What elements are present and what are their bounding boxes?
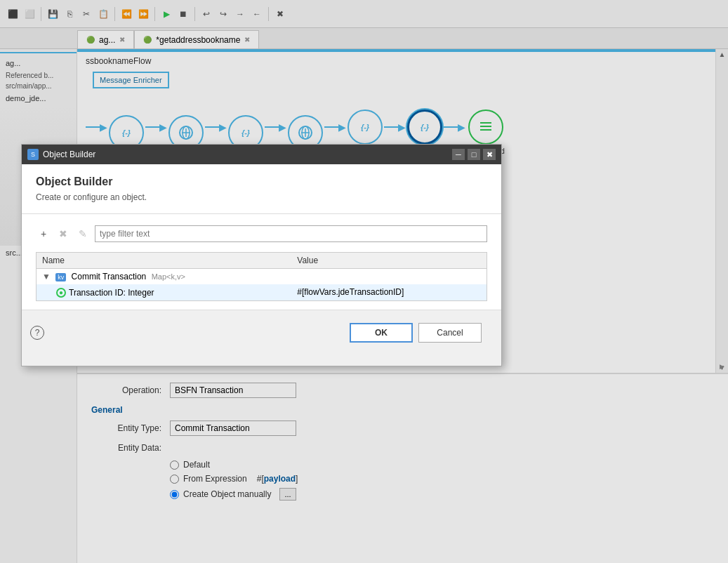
object-tree-table: Name Value ▼ kv Commit Transaction Map<k…	[36, 252, 487, 301]
bottom-toolbar-row: ? OK Cancel	[22, 310, 501, 355]
child-indent: ● Transaction ID: Integer	[56, 288, 154, 298]
modal-overlay: S Object Builder ─ □ ✖ Object Builder Cr…	[0, 0, 728, 563]
modal-maximize[interactable]: □	[468, 149, 480, 160]
object-builder-modal: S Object Builder ─ □ ✖ Object Builder Cr…	[21, 144, 502, 366]
edit-button[interactable]: ✎	[75, 226, 91, 241]
ok-button[interactable]: OK	[350, 323, 413, 343]
table-row-child[interactable]: ● Transaction ID: Integer #[flowVars.jde…	[37, 284, 487, 300]
modal-controls: ─ □ ✖	[452, 149, 496, 160]
child-value-cell: #[flowVars.jdeTransactionID]	[291, 284, 487, 300]
modal-footer: ? OK Cancel	[22, 310, 501, 366]
type-hint: Map<k,v>	[152, 272, 185, 281]
child-name: Transaction ID: Integer	[69, 288, 154, 298]
parent-value-cell	[291, 269, 487, 285]
modal-title-icon: S	[27, 149, 39, 160]
expand-arrow[interactable]: ▼	[42, 272, 51, 282]
filter-input[interactable]	[95, 225, 487, 242]
green-circle-icon: ●	[56, 288, 66, 298]
child-value: #[flowVars.jdeTransactionID]	[297, 287, 404, 297]
parent-name: Commit Transaction	[72, 272, 147, 282]
modal-subtext: Create or configure an object.	[36, 192, 487, 202]
col-value: Value	[291, 253, 487, 269]
modal-toolbar: + ✖ ✎	[36, 223, 487, 245]
help-icon[interactable]: ?	[30, 326, 44, 340]
modal-titlebar: S Object Builder ─ □ ✖	[22, 145, 501, 164]
modal-title: Object Builder	[43, 150, 448, 159]
modal-heading: Object Builder	[36, 175, 487, 188]
modal-close[interactable]: ✖	[483, 149, 496, 160]
modal-minimize[interactable]: ─	[452, 149, 465, 160]
parent-name-cell: ▼ kv Commit Transaction Map<k,v>	[37, 269, 292, 285]
child-name-cell: ● Transaction ID: Integer	[37, 284, 292, 300]
modal-body: Object Builder Create or configure an ob…	[22, 164, 501, 310]
modal-divider	[22, 213, 501, 214]
remove-button[interactable]: ✖	[55, 226, 71, 241]
table-row-parent[interactable]: ▼ kv Commit Transaction Map<k,v>	[37, 269, 487, 285]
kv-badge: kv	[55, 273, 66, 282]
modal-buttons: OK Cancel	[338, 314, 493, 351]
add-button[interactable]: +	[36, 226, 51, 241]
cancel-button[interactable]: Cancel	[418, 323, 482, 343]
col-name: Name	[37, 253, 292, 269]
